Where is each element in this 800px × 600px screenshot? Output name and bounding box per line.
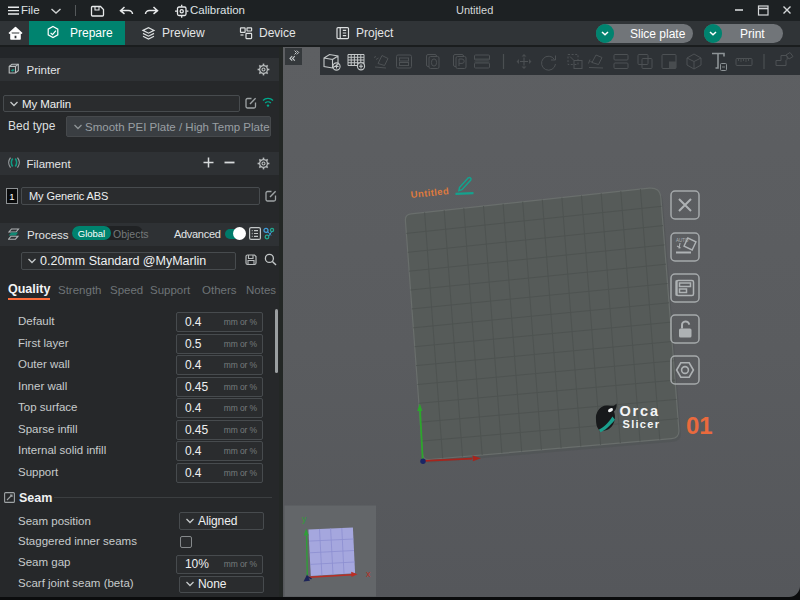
svg-text:01: 01 xyxy=(686,412,713,439)
svg-text:Orca: Orca xyxy=(620,403,660,419)
svg-text:y: y xyxy=(302,514,307,524)
svg-text:Untitled: Untitled xyxy=(410,185,450,200)
svg-text:x: x xyxy=(366,569,371,579)
svg-text:AUTO: AUTO xyxy=(676,238,689,243)
svg-text:Slicer: Slicer xyxy=(623,418,661,430)
